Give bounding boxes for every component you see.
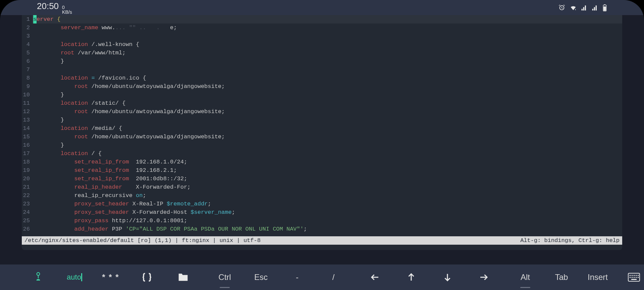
ctrl-key[interactable]: Ctrl <box>207 269 243 286</box>
braces-button[interactable] <box>129 269 165 286</box>
wifi-icon <box>570 4 577 11</box>
svg-rect-14 <box>638 277 639 278</box>
auto-button[interactable]: auto <box>56 269 93 286</box>
insert-key[interactable]: Insert <box>580 269 616 286</box>
terminal-editor[interactable]: 1234567891011121314151617181920212223242… <box>22 15 622 250</box>
battery-icon <box>602 4 607 11</box>
svg-point-3 <box>37 273 40 276</box>
android-status-bar: 20:50 0 KB/s <box>0 0 644 15</box>
keyboard-icon[interactable] <box>616 269 644 286</box>
svg-rect-1 <box>603 6 606 11</box>
svg-rect-10 <box>630 277 631 278</box>
arrow-up-key[interactable] <box>393 269 429 286</box>
signal-icon-1 <box>581 4 588 11</box>
virtual-keyboard-toolbar: auto * * * Ctrl Esc - / Alt Tab Insert <box>0 264 644 290</box>
svg-rect-11 <box>632 277 633 278</box>
esc-key[interactable]: Esc <box>243 269 279 286</box>
clock-time: 20:50 <box>37 1 59 11</box>
status-right: Alt-g: bindings, Ctrl-g: help <box>520 237 620 244</box>
arrow-right-key[interactable] <box>466 269 502 286</box>
folder-button[interactable] <box>165 269 201 286</box>
svg-rect-9 <box>638 275 639 276</box>
alarm-icon <box>558 4 566 11</box>
svg-rect-2 <box>604 4 605 5</box>
signal-icon-2 <box>592 4 598 11</box>
code-content[interactable]: server { server_name www.... "" .. . e; … <box>32 15 622 242</box>
svg-rect-6 <box>632 275 633 276</box>
svg-rect-7 <box>634 275 635 276</box>
svg-rect-5 <box>630 275 631 276</box>
tab-key[interactable]: Tab <box>543 269 580 286</box>
touch-icon[interactable] <box>20 269 56 286</box>
dash-key[interactable]: - <box>279 269 315 286</box>
status-icons <box>558 4 607 11</box>
svg-rect-15 <box>631 279 637 280</box>
alt-key[interactable]: Alt <box>507 269 543 286</box>
network-speed: 0 KB/s <box>62 5 72 14</box>
editor-status-line: /etc/nginx/sites-enabled/default [ro] (1… <box>22 236 622 245</box>
svg-rect-12 <box>634 277 635 278</box>
status-left: /etc/nginx/sites-enabled/default [ro] (1… <box>24 237 261 244</box>
line-number-gutter: 1234567891011121314151617181920212223242… <box>22 15 32 242</box>
slash-key[interactable]: / <box>315 269 352 286</box>
svg-rect-8 <box>636 275 637 276</box>
arrow-left-key[interactable] <box>357 269 393 286</box>
svg-rect-13 <box>636 277 637 278</box>
stars-button[interactable]: * * * <box>93 269 129 286</box>
arrow-down-key[interactable] <box>429 269 466 286</box>
